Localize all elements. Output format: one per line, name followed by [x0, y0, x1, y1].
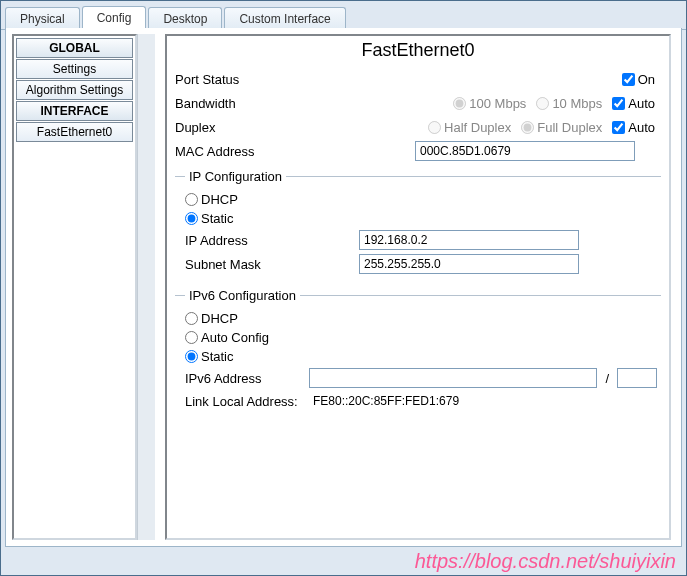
panel-title: FastEthernet0: [167, 36, 669, 67]
watermark-text: https://blog.csdn.net/shuiyixin: [415, 550, 676, 573]
tab-desktop[interactable]: Desktop: [148, 7, 222, 30]
row-port-status: Port Status On: [167, 67, 669, 91]
radio-ipv6-static-label: Static: [201, 349, 234, 364]
checkbox-bw-auto-label: Auto: [628, 96, 655, 111]
fieldset-ipv4: IP Configuration DHCP Static: [175, 169, 661, 278]
config-tab-body: GLOBAL Settings Algorithm Settings INTER…: [5, 28, 682, 547]
radio-ipv6-dhcp-input[interactable]: [185, 312, 198, 325]
radio-ipv4-static[interactable]: Static: [185, 211, 234, 226]
checkbox-dup-auto-label: Auto: [628, 120, 655, 135]
radio-bw-10[interactable]: 10 Mbps: [536, 96, 602, 111]
checkbox-port-on-label: On: [638, 72, 655, 87]
sidebar: GLOBAL Settings Algorithm Settings INTER…: [12, 34, 137, 540]
radio-ipv4-dhcp-label: DHCP: [201, 192, 238, 207]
radio-dup-half[interactable]: Half Duplex: [428, 120, 511, 135]
input-subnet-mask[interactable]: [359, 254, 579, 274]
input-link-local: [309, 392, 657, 410]
radio-ipv4-static-label: Static: [201, 211, 234, 226]
radio-bw-100-input[interactable]: [453, 97, 466, 110]
tab-physical[interactable]: Physical: [5, 7, 80, 30]
label-port-status: Port Status: [175, 72, 345, 87]
input-ipv6-prefix[interactable]: [617, 368, 657, 388]
tab-custom-interface[interactable]: Custom Interface: [224, 7, 345, 30]
sidebar-wrap: GLOBAL Settings Algorithm Settings INTER…: [6, 28, 161, 546]
fieldset-ipv6: IPv6 Configuration DHCP Auto Config: [175, 288, 661, 414]
checkbox-dup-auto[interactable]: Auto: [612, 120, 655, 135]
label-subnet-mask: Subnet Mask: [185, 257, 355, 272]
sidebar-item-settings[interactable]: Settings: [16, 59, 133, 79]
label-ipv6-address: IPv6 Address: [185, 371, 305, 386]
sidebar-header-global: GLOBAL: [16, 38, 133, 58]
legend-ipv4: IP Configuration: [185, 169, 286, 184]
legend-ipv6: IPv6 Configuration: [185, 288, 300, 303]
app-window: Physical Config Desktop Custom Interface…: [0, 0, 687, 576]
label-link-local: Link Local Address:: [185, 394, 305, 409]
radio-ipv6-static[interactable]: Static: [185, 349, 234, 364]
checkbox-dup-auto-input[interactable]: [612, 121, 625, 134]
input-ip-address[interactable]: [359, 230, 579, 250]
main-area: FastEthernet0 Port Status On Bandwidth: [161, 28, 681, 546]
radio-ipv4-dhcp-input[interactable]: [185, 193, 198, 206]
sidebar-item-fastethernet0[interactable]: FastEthernet0: [16, 122, 133, 142]
label-ip-address: IP Address: [185, 233, 355, 248]
tab-bar: Physical Config Desktop Custom Interface: [1, 1, 686, 30]
label-mac-address: MAC Address: [175, 144, 345, 159]
label-duplex: Duplex: [175, 120, 345, 135]
radio-ipv6-dhcp[interactable]: DHCP: [185, 311, 238, 326]
radio-bw-10-input[interactable]: [536, 97, 549, 110]
label-bandwidth: Bandwidth: [175, 96, 345, 111]
radio-dup-half-label: Half Duplex: [444, 120, 511, 135]
radio-dup-full-label: Full Duplex: [537, 120, 602, 135]
radio-dup-full[interactable]: Full Duplex: [521, 120, 602, 135]
checkbox-port-on-input[interactable]: [622, 73, 635, 86]
input-mac-address[interactable]: [415, 141, 635, 161]
radio-ipv4-static-input[interactable]: [185, 212, 198, 225]
radio-ipv6-auto-label: Auto Config: [201, 330, 269, 345]
radio-bw-100-label: 100 Mbps: [469, 96, 526, 111]
row-bandwidth: Bandwidth 100 Mbps 10 Mbps Auto: [167, 91, 669, 115]
radio-bw-100[interactable]: 100 Mbps: [453, 96, 526, 111]
sidebar-header-interface: INTERFACE: [16, 101, 133, 121]
radio-ipv6-auto-input[interactable]: [185, 331, 198, 344]
radio-ipv6-static-input[interactable]: [185, 350, 198, 363]
checkbox-bw-auto[interactable]: Auto: [612, 96, 655, 111]
sidebar-item-algorithm-settings[interactable]: Algorithm Settings: [16, 80, 133, 100]
checkbox-port-on[interactable]: On: [622, 72, 655, 87]
radio-dup-half-input[interactable]: [428, 121, 441, 134]
sidebar-scrollbar[interactable]: [137, 34, 155, 540]
ipv6-prefix-separator: /: [601, 371, 613, 386]
radio-bw-10-label: 10 Mbps: [552, 96, 602, 111]
radio-ipv6-dhcp-label: DHCP: [201, 311, 238, 326]
tab-config[interactable]: Config: [82, 6, 147, 30]
row-mac-address: MAC Address: [167, 139, 669, 163]
radio-dup-full-input[interactable]: [521, 121, 534, 134]
radio-ipv6-auto[interactable]: Auto Config: [185, 330, 269, 345]
input-ipv6-address[interactable]: [309, 368, 597, 388]
interface-panel: FastEthernet0 Port Status On Bandwidth: [165, 34, 671, 540]
row-duplex: Duplex Half Duplex Full Duplex Auto: [167, 115, 669, 139]
checkbox-bw-auto-input[interactable]: [612, 97, 625, 110]
radio-ipv4-dhcp[interactable]: DHCP: [185, 192, 238, 207]
